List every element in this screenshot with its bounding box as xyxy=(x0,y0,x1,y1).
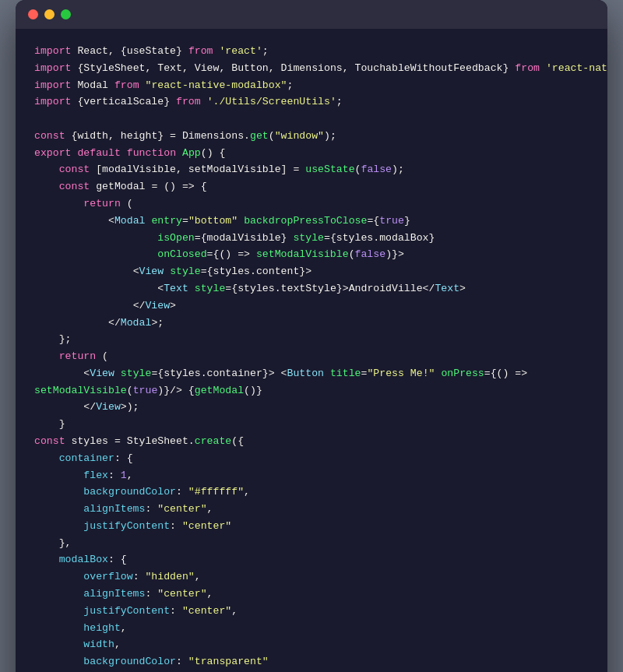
title-bar xyxy=(16,0,607,29)
maximize-dot[interactable] xyxy=(61,9,71,19)
minimize-dot[interactable] xyxy=(44,9,55,19)
code-content: import React, {useState} from 'react'; i… xyxy=(16,29,607,672)
close-dot[interactable] xyxy=(28,9,38,19)
code-editor-window: import React, {useState} from 'react'; i… xyxy=(16,0,607,672)
